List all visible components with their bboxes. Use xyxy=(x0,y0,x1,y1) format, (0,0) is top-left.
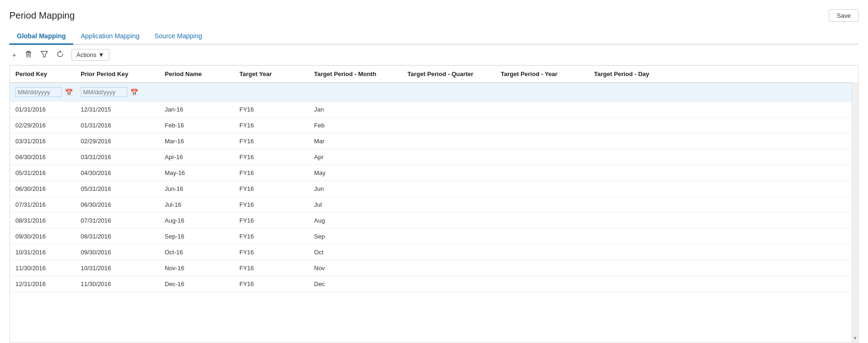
cell-period-key: 09/30/2016 xyxy=(10,229,75,245)
delete-button[interactable] xyxy=(22,49,35,61)
cell-target-quarter xyxy=(402,276,495,292)
svg-marker-5 xyxy=(41,51,48,57)
cell-period-name: Nov-16 xyxy=(159,260,234,276)
scrollbar: ▲ ▼ xyxy=(852,66,858,343)
input-target-day-cell xyxy=(588,83,858,102)
tab-application-mapping[interactable]: Application Mapping xyxy=(73,28,147,45)
cell-target-month: May xyxy=(308,165,402,181)
table-row: 08/31/201607/31/2016Aug-16FY16Aug xyxy=(10,213,858,229)
plus-icon: + xyxy=(12,51,16,59)
cell-target-day xyxy=(588,118,858,133)
cell-target-quarter xyxy=(402,245,495,260)
cell-target-year: FY16 xyxy=(234,149,308,165)
chevron-down-icon: ▼ xyxy=(98,51,104,58)
table-scroll[interactable]: Period Key Prior Period Key Period Name … xyxy=(10,66,858,343)
actions-button[interactable]: Actions ▼ xyxy=(71,49,110,61)
cell-target-year: FY16 xyxy=(234,260,308,276)
cell-target-year: FY16 xyxy=(234,213,308,229)
input-period-name-cell xyxy=(159,83,234,102)
filter-icon xyxy=(41,50,48,59)
cell-target-year2 xyxy=(495,260,588,276)
cell-target-year2 xyxy=(495,245,588,260)
cell-prior-period-key: 06/30/2016 xyxy=(75,197,159,213)
prior-period-key-input[interactable] xyxy=(81,87,127,97)
input-prior-period-key-cell: 📅 xyxy=(75,83,159,102)
period-key-input[interactable] xyxy=(15,87,62,97)
cell-target-quarter xyxy=(402,229,495,245)
tab-source-mapping[interactable]: Source Mapping xyxy=(147,28,210,45)
cell-target-year: FY16 xyxy=(234,133,308,149)
data-table: Period Key Prior Period Key Period Name … xyxy=(10,66,858,292)
cell-period-key: 04/30/2016 xyxy=(10,149,75,165)
tab-global-mapping[interactable]: Global Mapping xyxy=(9,28,73,45)
col-header-target-year: Target Year xyxy=(234,66,308,83)
save-button[interactable]: Save xyxy=(829,9,859,22)
cell-period-key: 03/31/2016 xyxy=(10,133,75,149)
input-target-month-cell xyxy=(308,83,402,102)
input-target-year-cell xyxy=(234,83,308,102)
cell-target-day xyxy=(588,245,858,260)
cell-target-month: Sep xyxy=(308,229,402,245)
cell-target-year: FY16 xyxy=(234,165,308,181)
cell-target-year2 xyxy=(495,181,588,197)
cell-target-year2 xyxy=(495,197,588,213)
cell-target-quarter xyxy=(402,181,495,197)
col-header-prior-period-key: Prior Period Key xyxy=(75,66,159,83)
cell-period-key: 01/31/2016 xyxy=(10,102,75,118)
cell-target-month: Mar xyxy=(308,133,402,149)
cell-target-day xyxy=(588,213,858,229)
cell-target-month: Oct xyxy=(308,245,402,260)
cell-period-name: Jul-16 xyxy=(159,197,234,213)
cell-target-day xyxy=(588,229,858,245)
cell-prior-period-key: 05/31/2016 xyxy=(75,181,159,197)
cell-prior-period-key: 12/31/2015 xyxy=(75,102,159,118)
cell-target-day xyxy=(588,181,858,197)
table-row: 02/29/201601/31/2016Feb-16FY16Feb xyxy=(10,118,858,133)
cell-target-day xyxy=(588,149,858,165)
filter-button[interactable] xyxy=(38,49,51,61)
table-row: 06/30/201605/31/2016Jun-16FY16Jun xyxy=(10,181,858,197)
cell-target-year: FY16 xyxy=(234,102,308,118)
table-row: 05/31/201604/30/2016May-16FY16May xyxy=(10,165,858,181)
cell-period-name: Apr-16 xyxy=(159,149,234,165)
table-row: 09/30/201608/31/2016Sep-16FY16Sep xyxy=(10,229,858,245)
cell-target-year: FY16 xyxy=(234,118,308,133)
cell-prior-period-key: 07/31/2016 xyxy=(75,213,159,229)
cell-target-quarter xyxy=(402,197,495,213)
col-header-target-quarter: Target Period - Quarter xyxy=(402,66,495,83)
cell-period-name: Jan-16 xyxy=(159,102,234,118)
page-header: Period Mapping Save xyxy=(9,9,859,22)
table-row: 07/31/201606/30/2016Jul-16FY16Jul xyxy=(10,197,858,213)
cell-period-name: Jun-16 xyxy=(159,181,234,197)
table-row: 12/31/201611/30/2016Dec-16FY16Dec xyxy=(10,276,858,292)
cell-prior-period-key: 03/31/2016 xyxy=(75,149,159,165)
cell-target-month: Jul xyxy=(308,197,402,213)
cell-period-name: Oct-16 xyxy=(159,245,234,260)
scroll-down-arrow[interactable]: ▼ xyxy=(853,334,858,343)
cell-target-quarter xyxy=(402,213,495,229)
cell-target-month: Aug xyxy=(308,213,402,229)
cell-target-day xyxy=(588,260,858,276)
cell-target-month: Apr xyxy=(308,149,402,165)
cell-target-year2 xyxy=(495,149,588,165)
svg-rect-0 xyxy=(27,51,30,52)
cell-period-name: Feb-16 xyxy=(159,118,234,133)
cell-prior-period-key: 09/30/2016 xyxy=(75,245,159,260)
add-button[interactable]: + xyxy=(9,49,19,61)
prior-period-key-calendar-icon[interactable]: 📅 xyxy=(130,89,138,96)
period-key-calendar-icon[interactable]: 📅 xyxy=(65,89,73,96)
cell-target-quarter xyxy=(402,118,495,133)
refresh-button[interactable] xyxy=(54,49,67,61)
cell-target-month: Dec xyxy=(308,276,402,292)
cell-prior-period-key: 04/30/2016 xyxy=(75,165,159,181)
table-row: 03/31/201602/29/2016Mar-16FY16Mar xyxy=(10,133,858,149)
trash-icon xyxy=(25,50,32,59)
col-header-target-month: Target Period - Month xyxy=(308,66,402,83)
cell-target-quarter xyxy=(402,165,495,181)
cell-target-year2 xyxy=(495,165,588,181)
cell-target-year2 xyxy=(495,229,588,245)
cell-target-quarter xyxy=(402,260,495,276)
table-row: 04/30/201603/31/2016Apr-16FY16Apr xyxy=(10,149,858,165)
cell-target-year: FY16 xyxy=(234,181,308,197)
cell-target-day xyxy=(588,102,858,118)
